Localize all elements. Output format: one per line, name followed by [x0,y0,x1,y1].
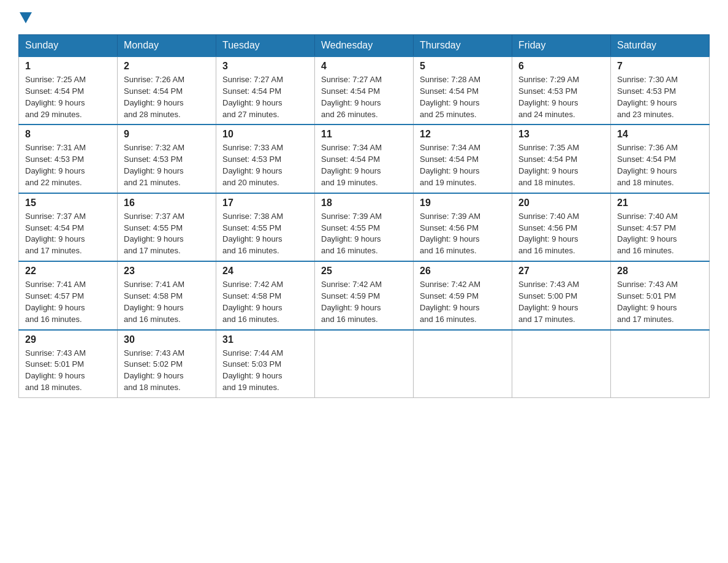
calendar-cell: 21 Sunrise: 7:40 AMSunset: 4:57 PMDaylig… [611,193,710,261]
day-number: 2 [124,61,210,72]
logo-triangle-icon [20,12,32,23]
calendar-cell: 16 Sunrise: 7:37 AMSunset: 4:55 PMDaylig… [118,193,216,261]
calendar-cell: 11 Sunrise: 7:34 AMSunset: 4:54 PMDaylig… [315,124,414,193]
calendar-cell: 1 Sunrise: 7:25 AMSunset: 4:54 PMDayligh… [19,56,118,124]
day-info: Sunrise: 7:34 AMSunset: 4:54 PMDaylight:… [420,143,480,187]
day-info: Sunrise: 7:33 AMSunset: 4:53 PMDaylight:… [222,143,283,187]
day-number: 5 [420,61,506,72]
calendar-cell: 9 Sunrise: 7:32 AMSunset: 4:53 PMDayligh… [118,124,216,193]
day-info: Sunrise: 7:30 AMSunset: 4:53 PMDaylight:… [617,75,678,119]
calendar-cell: 3 Sunrise: 7:27 AMSunset: 4:54 PMDayligh… [216,56,315,124]
day-info: Sunrise: 7:43 AMSunset: 5:00 PMDaylight:… [518,280,579,324]
day-number: 4 [321,61,407,72]
day-number: 3 [222,61,308,72]
day-number: 12 [420,129,506,140]
day-number: 16 [124,197,210,209]
calendar-header-row: SundayMondayTuesdayWednesdayThursdayFrid… [19,35,710,57]
day-info: Sunrise: 7:31 AMSunset: 4:53 PMDaylight:… [25,143,86,187]
calendar-cell: 10 Sunrise: 7:33 AMSunset: 4:53 PMDaylig… [216,124,315,193]
day-info: Sunrise: 7:39 AMSunset: 4:56 PMDaylight:… [420,212,480,256]
calendar-header-saturday: Saturday [611,35,710,57]
calendar-cell: 2 Sunrise: 7:26 AMSunset: 4:54 PMDayligh… [118,56,216,124]
day-number: 21 [617,197,703,209]
day-info: Sunrise: 7:35 AMSunset: 4:54 PMDaylight:… [518,143,579,187]
day-number: 26 [420,266,506,277]
day-info: Sunrise: 7:42 AMSunset: 4:58 PMDaylight:… [222,280,283,324]
calendar-cell: 14 Sunrise: 7:36 AMSunset: 4:54 PMDaylig… [611,124,710,193]
day-number: 25 [321,266,407,277]
header-area [18,12,710,23]
day-info: Sunrise: 7:27 AMSunset: 4:54 PMDaylight:… [321,75,382,119]
calendar-header-tuesday: Tuesday [216,35,315,57]
calendar-cell: 23 Sunrise: 7:41 AMSunset: 4:58 PMDaylig… [118,261,216,329]
day-info: Sunrise: 7:37 AMSunset: 4:55 PMDaylight:… [124,212,184,256]
day-number: 7 [617,61,703,72]
logo [18,12,33,23]
day-info: Sunrise: 7:27 AMSunset: 4:54 PMDaylight:… [222,75,283,119]
day-number: 20 [518,197,604,209]
calendar-cell: 8 Sunrise: 7:31 AMSunset: 4:53 PMDayligh… [19,124,118,193]
day-info: Sunrise: 7:43 AMSunset: 5:02 PMDaylight:… [124,348,184,393]
calendar-cell: 17 Sunrise: 7:38 AMSunset: 4:55 PMDaylig… [216,193,315,261]
day-number: 11 [321,129,407,140]
calendar-cell [611,330,710,398]
calendar-cell [414,330,512,398]
calendar-cell [315,330,414,398]
calendar-cell: 30 Sunrise: 7:43 AMSunset: 5:02 PMDaylig… [118,330,216,398]
day-number: 1 [25,61,111,72]
calendar-cell: 27 Sunrise: 7:43 AMSunset: 5:00 PMDaylig… [512,261,611,329]
day-number: 29 [25,334,111,345]
calendar-header-thursday: Thursday [414,35,512,57]
calendar-week-row: 22 Sunrise: 7:41 AMSunset: 4:57 PMDaylig… [19,261,710,329]
day-number: 30 [124,334,210,345]
day-number: 6 [518,61,604,72]
day-number: 19 [420,197,506,209]
calendar-cell: 24 Sunrise: 7:42 AMSunset: 4:58 PMDaylig… [216,261,315,329]
day-number: 31 [222,334,308,345]
calendar-cell: 28 Sunrise: 7:43 AMSunset: 5:01 PMDaylig… [611,261,710,329]
calendar-cell: 15 Sunrise: 7:37 AMSunset: 4:54 PMDaylig… [19,193,118,261]
day-number: 13 [518,129,604,140]
calendar-header-wednesday: Wednesday [315,35,414,57]
day-info: Sunrise: 7:28 AMSunset: 4:54 PMDaylight:… [420,75,480,119]
day-number: 8 [25,129,111,140]
day-info: Sunrise: 7:42 AMSunset: 4:59 PMDaylight:… [321,280,382,324]
day-info: Sunrise: 7:43 AMSunset: 5:01 PMDaylight:… [25,348,86,393]
day-number: 17 [222,197,308,209]
day-number: 23 [124,266,210,277]
calendar-week-row: 29 Sunrise: 7:43 AMSunset: 5:01 PMDaylig… [19,330,710,398]
calendar-cell: 5 Sunrise: 7:28 AMSunset: 4:54 PMDayligh… [414,56,512,124]
day-info: Sunrise: 7:37 AMSunset: 4:54 PMDaylight:… [25,212,86,256]
day-number: 9 [124,129,210,140]
day-number: 22 [25,266,111,277]
calendar-cell: 19 Sunrise: 7:39 AMSunset: 4:56 PMDaylig… [414,193,512,261]
day-number: 28 [617,266,703,277]
calendar-cell: 25 Sunrise: 7:42 AMSunset: 4:59 PMDaylig… [315,261,414,329]
day-number: 27 [518,266,604,277]
day-info: Sunrise: 7:25 AMSunset: 4:54 PMDaylight:… [25,75,86,119]
day-info: Sunrise: 7:42 AMSunset: 4:59 PMDaylight:… [420,280,480,324]
calendar-header-friday: Friday [512,35,611,57]
calendar-week-row: 15 Sunrise: 7:37 AMSunset: 4:54 PMDaylig… [19,193,710,261]
calendar-cell: 31 Sunrise: 7:44 AMSunset: 5:03 PMDaylig… [216,330,315,398]
calendar-header-monday: Monday [118,35,216,57]
calendar-cell: 26 Sunrise: 7:42 AMSunset: 4:59 PMDaylig… [414,261,512,329]
day-info: Sunrise: 7:40 AMSunset: 4:56 PMDaylight:… [518,212,579,256]
calendar-cell: 29 Sunrise: 7:43 AMSunset: 5:01 PMDaylig… [19,330,118,398]
day-info: Sunrise: 7:38 AMSunset: 4:55 PMDaylight:… [222,212,283,256]
calendar-cell: 18 Sunrise: 7:39 AMSunset: 4:55 PMDaylig… [315,193,414,261]
day-info: Sunrise: 7:29 AMSunset: 4:53 PMDaylight:… [518,75,579,119]
calendar-cell: 4 Sunrise: 7:27 AMSunset: 4:54 PMDayligh… [315,56,414,124]
day-number: 18 [321,197,407,209]
day-info: Sunrise: 7:41 AMSunset: 4:57 PMDaylight:… [25,280,86,324]
calendar-cell [512,330,611,398]
calendar-cell: 13 Sunrise: 7:35 AMSunset: 4:54 PMDaylig… [512,124,611,193]
calendar-cell: 20 Sunrise: 7:40 AMSunset: 4:56 PMDaylig… [512,193,611,261]
day-info: Sunrise: 7:39 AMSunset: 4:55 PMDaylight:… [321,212,382,256]
day-info: Sunrise: 7:26 AMSunset: 4:54 PMDaylight:… [124,75,184,119]
day-number: 10 [222,129,308,140]
calendar-cell: 12 Sunrise: 7:34 AMSunset: 4:54 PMDaylig… [414,124,512,193]
calendar: SundayMondayTuesdayWednesdayThursdayFrid… [18,34,710,398]
day-info: Sunrise: 7:40 AMSunset: 4:57 PMDaylight:… [617,212,678,256]
day-number: 15 [25,197,111,209]
